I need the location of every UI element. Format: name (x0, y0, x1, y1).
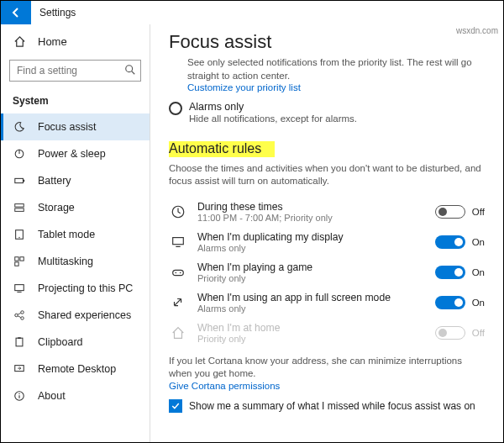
sidebar-item-clipboard[interactable]: Clipboard (1, 329, 150, 356)
home-icon (169, 325, 187, 340)
sidebar-item-label: Remote Desktop (38, 363, 116, 375)
back-button[interactable] (1, 1, 31, 24)
projecting-icon (13, 282, 26, 295)
rule-title: During these times (197, 201, 425, 213)
automatic-rules-desc: Choose the times and activities when you… (169, 162, 485, 188)
rule-title: When I'm at home (197, 322, 425, 334)
sidebar-item-tablet-mode[interactable]: Tablet mode (1, 221, 150, 248)
svg-point-24 (18, 393, 19, 394)
watermark: wsxdn.com (456, 26, 498, 35)
sidebar-item-label: About (38, 390, 66, 402)
rule-duplicating-display[interactable]: When I'm duplicating my displayAlarms on… (169, 227, 485, 257)
rule-toggle[interactable] (435, 296, 465, 309)
svg-point-15 (15, 314, 18, 317)
gamepad-icon (169, 265, 187, 280)
storage-icon (13, 201, 26, 214)
sidebar-item-shared-experiences[interactable]: Shared experiences (1, 302, 150, 329)
svg-rect-12 (15, 262, 18, 266)
sidebar-item-projecting[interactable]: Projecting to this PC (1, 275, 150, 302)
svg-point-16 (21, 311, 24, 314)
sidebar-item-label: Focus assist (38, 121, 96, 133)
cortana-note: If you let Cortana know your address, sh… (169, 355, 485, 381)
svg-rect-21 (18, 337, 21, 339)
multitasking-icon (13, 255, 26, 268)
svg-point-17 (21, 317, 24, 320)
sidebar-item-label: Tablet mode (38, 229, 95, 240)
rule-title: When I'm playing a game (197, 261, 425, 273)
rule-sub: 11:00 PM - 7:00 AM; Priority only (197, 213, 425, 223)
sidebar-item-label: Shared experiences (38, 309, 131, 321)
sidebar-item-label: Battery (38, 175, 71, 187)
rule-title: When I'm using an app in full screen mod… (197, 292, 425, 303)
rule-title: When I'm duplicating my display (197, 231, 425, 243)
svg-rect-6 (15, 204, 24, 208)
svg-rect-4 (14, 178, 23, 182)
sidebar-item-storage[interactable]: Storage (1, 194, 150, 221)
rule-sub: Priority only (197, 273, 425, 283)
sidebar-item-label: Storage (38, 202, 75, 214)
sidebar: Home System Focus assist Power & sleep B… (1, 24, 150, 442)
automatic-rules-heading: Automatic rules (169, 141, 275, 157)
rule-fullscreen-app[interactable]: When I'm using an app in full screen mod… (169, 287, 485, 318)
rule-toggle[interactable] (435, 266, 465, 279)
search-input[interactable] (9, 60, 141, 82)
svg-point-0 (126, 66, 133, 72)
rule-playing-game[interactable]: When I'm playing a gamePriority only On (169, 257, 485, 287)
svg-rect-7 (15, 208, 24, 212)
clipboard-icon (13, 335, 26, 349)
svg-rect-13 (15, 285, 24, 291)
alarms-only-option[interactable]: Alarms only Hide all notifications, exce… (169, 101, 485, 126)
toggle-state: On (472, 267, 485, 277)
rule-sub: Priority only (197, 334, 425, 344)
sidebar-item-label: Projecting to this PC (38, 282, 133, 294)
toggle-state: On (472, 237, 485, 247)
rule-during-times[interactable]: During these times11:00 PM - 7:00 AM; Pr… (169, 197, 485, 227)
fullscreen-icon (169, 295, 187, 310)
sidebar-section-label: System (1, 90, 150, 113)
toggle-state: On (472, 298, 485, 308)
toggle-state: Off (472, 328, 485, 338)
svg-point-31 (180, 272, 181, 273)
moon-icon (13, 120, 26, 134)
customize-priority-link[interactable]: Customize your priority list (187, 82, 485, 92)
sidebar-item-remote-desktop[interactable]: Remote Desktop (1, 356, 150, 382)
rule-at-home: When I'm at homePriority only Off (169, 318, 485, 348)
summary-checkbox-label: Show me a summary of what I missed while… (189, 400, 475, 412)
info-icon (13, 389, 26, 403)
sidebar-item-multitasking[interactable]: Multitasking (1, 248, 150, 275)
window-title: Settings (31, 7, 76, 18)
alarms-only-label: Alarms only (189, 101, 357, 113)
tablet-icon (13, 228, 26, 241)
rule-toggle (435, 326, 465, 340)
svg-rect-27 (173, 237, 184, 244)
arrow-left-icon (9, 6, 23, 19)
clock-icon (169, 204, 187, 219)
svg-rect-11 (20, 257, 24, 261)
battery-icon (13, 174, 26, 187)
power-icon (13, 147, 26, 161)
sidebar-item-battery[interactable]: Battery (1, 167, 150, 194)
rule-sub: Alarms only (197, 243, 425, 253)
sidebar-item-about[interactable]: About (1, 382, 150, 409)
rule-sub: Alarms only (197, 303, 425, 314)
rule-toggle[interactable] (435, 205, 465, 219)
remote-icon (13, 362, 26, 376)
rule-toggle[interactable] (435, 235, 465, 249)
sidebar-item-label: Multitasking (38, 256, 93, 267)
radio-icon (169, 102, 182, 115)
sidebar-item-label: Power & sleep (38, 148, 106, 160)
home-icon (13, 34, 26, 48)
svg-point-9 (18, 237, 19, 238)
sidebar-item-power-sleep[interactable]: Power & sleep (1, 140, 150, 167)
search-icon (124, 64, 136, 76)
share-icon (13, 309, 26, 322)
toggle-state: Off (472, 207, 485, 217)
summary-checkbox[interactable] (169, 399, 182, 413)
cortana-permissions-link[interactable]: Give Cortana permissions (169, 381, 485, 391)
svg-point-30 (175, 272, 176, 273)
sidebar-item-focus-assist[interactable]: Focus assist (1, 113, 150, 140)
svg-line-1 (132, 71, 135, 75)
alarms-only-desc: Hide all notifications, except for alarm… (189, 113, 357, 126)
svg-rect-29 (173, 270, 184, 275)
sidebar-home[interactable]: Home (1, 29, 150, 53)
